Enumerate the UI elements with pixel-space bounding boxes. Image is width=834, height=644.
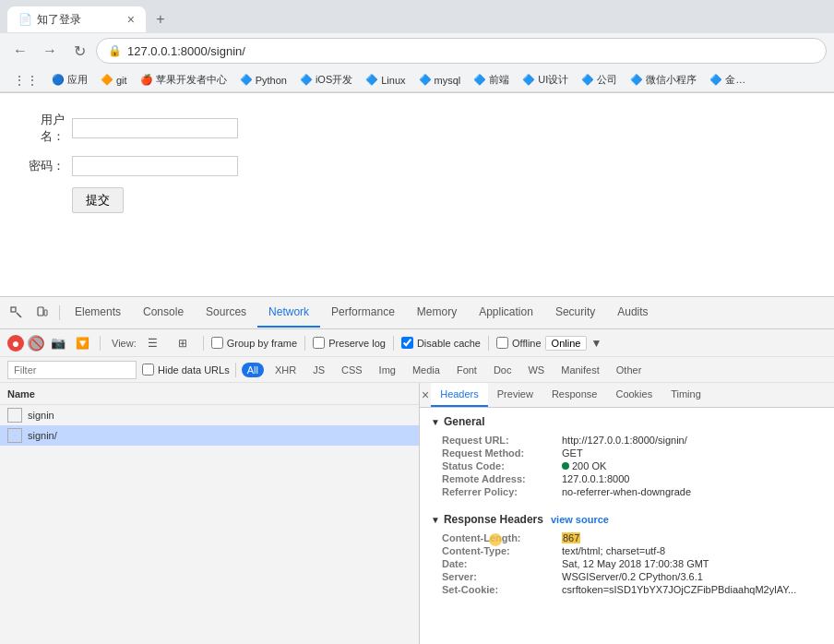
hide-data-urls-label[interactable]: Hide data URLs xyxy=(142,364,230,376)
bookmark-git[interactable]: 🔶git xyxy=(95,72,133,88)
detail-tab-preview[interactable]: Preview xyxy=(488,383,542,407)
bookmark-apple[interactable]: 🍎苹果开发者中心 xyxy=(135,71,232,89)
tab-memory[interactable]: Memory xyxy=(406,298,468,328)
list-item-selected[interactable]: signin/ xyxy=(0,425,419,446)
bookmark-icon: 🔷 xyxy=(522,74,535,86)
content-type-value: text/html; charset=utf-8 xyxy=(562,545,665,556)
filter-btn[interactable]: 🔽 xyxy=(72,333,92,353)
reload-button[interactable]: ↻ xyxy=(66,38,92,64)
preserve-log-checkbox[interactable] xyxy=(313,337,325,349)
filter-input[interactable] xyxy=(7,361,137,379)
group-by-frame-label[interactable]: Group by frame xyxy=(211,337,297,349)
filter-tab-all[interactable]: All xyxy=(242,363,264,377)
group-by-frame-checkbox[interactable] xyxy=(211,337,223,349)
filter-tab-manifest[interactable]: Manifest xyxy=(555,363,605,377)
online-dropdown-btn[interactable]: Online xyxy=(545,336,588,351)
preserve-log-label[interactable]: Preserve log xyxy=(313,337,386,349)
filter-tab-media[interactable]: Media xyxy=(407,363,446,377)
filter-tab-img[interactable]: Img xyxy=(374,363,401,377)
tab-sources[interactable]: Sources xyxy=(195,298,257,328)
bookmark-qianduan[interactable]: 🔷前端 xyxy=(468,71,515,89)
forward-button[interactable]: → xyxy=(37,38,63,64)
content-type-row: Content-Type: text/html; charset=utf-8 xyxy=(442,544,823,557)
detail-tab-headers[interactable]: Headers xyxy=(431,383,488,407)
view-source-link[interactable]: view source xyxy=(551,514,609,525)
username-input[interactable] xyxy=(72,118,238,138)
camera-btn[interactable]: 📷 xyxy=(48,333,68,353)
inspect-element-btn[interactable] xyxy=(4,300,30,326)
field-row: Referrer Policy: no-referrer-when-downgr… xyxy=(442,485,823,498)
request-list: Name signin signin/ xyxy=(0,383,420,644)
back-button[interactable]: ← xyxy=(7,38,33,64)
status-dot-icon xyxy=(562,462,569,470)
address-bar[interactable]: 🔒 127.0.0.1:8000/signin/ xyxy=(96,38,827,64)
offline-label[interactable]: Offline xyxy=(496,337,542,349)
bookmark-company[interactable]: 🔷公司 xyxy=(576,71,623,89)
disable-cache-label[interactable]: Disable cache xyxy=(401,337,481,349)
disable-cache-checkbox[interactable] xyxy=(401,337,413,349)
svg-rect-2 xyxy=(44,310,47,316)
bookmark-apps[interactable]: 🔵应用 xyxy=(46,71,93,89)
detail-view-btn[interactable]: ⊞ xyxy=(170,330,196,356)
bookmark-linux[interactable]: 🔷Linux xyxy=(360,72,411,88)
filter-tab-other[interactable]: Other xyxy=(611,363,648,377)
filter-tab-doc[interactable]: Doc xyxy=(488,363,518,377)
tab-audits[interactable]: Audits xyxy=(606,298,659,328)
general-arrow: ▼ xyxy=(431,417,440,427)
bookmark-python[interactable]: 🔷Python xyxy=(234,72,292,88)
bookmark-icon: 🍎 xyxy=(140,74,153,86)
browser-tab[interactable]: 📄 知了登录 × xyxy=(7,6,146,32)
bookmark-ios[interactable]: 🔷iOS开发 xyxy=(294,71,358,89)
offline-checkbox[interactable] xyxy=(496,337,508,349)
list-header: Name xyxy=(0,383,419,405)
detail-tab-response[interactable]: Response xyxy=(542,383,607,407)
bookmark-mysql[interactable]: 🔷mysql xyxy=(413,72,467,88)
content-length-highlight: 867 xyxy=(562,532,580,543)
detail-tab-cookies[interactable]: Cookies xyxy=(606,383,661,407)
content-type-label: Content-Type: xyxy=(442,545,562,556)
hide-data-urls-checkbox[interactable] xyxy=(142,364,154,376)
new-tab-button[interactable]: + xyxy=(149,8,172,30)
filter-tab-js[interactable]: JS xyxy=(307,363,330,377)
tab-network[interactable]: Network xyxy=(257,298,320,328)
bookmark-icon: 🔷 xyxy=(240,74,253,86)
list-item[interactable]: signin xyxy=(0,405,419,425)
tab-close-btn[interactable]: × xyxy=(127,12,135,27)
network-toolbar: ● 🚫 📷 🔽 View: ☰ ⊞ Group by frame Preserv… xyxy=(0,329,834,357)
submit-button[interactable]: 提交 xyxy=(72,187,124,213)
detail-tabs: × Headers Preview Response Cookies Timin… xyxy=(420,383,834,408)
filter-tab-xhr[interactable]: XHR xyxy=(269,363,302,377)
bookmarks-bar: ⋮⋮ 🔵应用 🔶git 🍎苹果开发者中心 🔷Python 🔷iOS开发 🔷Lin… xyxy=(0,68,834,92)
tab-console[interactable]: Console xyxy=(132,298,195,328)
response-headers-header[interactable]: ▼ Response Headers view source xyxy=(431,513,823,526)
password-label: 密码： xyxy=(18,158,65,174)
tab-security[interactable]: Security xyxy=(544,298,606,328)
browser-chrome: 📄 知了登录 × + ← → ↻ 🔒 127.0.0.1:8000/signin… xyxy=(0,0,834,93)
detail-close-btn[interactable]: × xyxy=(420,383,431,407)
field-remote-addr-label: Remote Address: xyxy=(442,473,562,484)
list-item-icon-2 xyxy=(7,428,22,443)
bookmark-wechat[interactable]: 🔷微信小程序 xyxy=(625,71,702,89)
record-button[interactable]: ● xyxy=(7,335,24,352)
tab-application[interactable]: Application xyxy=(468,298,544,328)
filter-tab-ws[interactable]: WS xyxy=(522,363,550,377)
filter-tab-css[interactable]: CSS xyxy=(336,363,368,377)
detail-tab-timing[interactable]: Timing xyxy=(661,383,710,407)
device-toolbar-btn[interactable] xyxy=(30,300,55,326)
svg-rect-0 xyxy=(11,307,16,312)
apps-grid-icon[interactable]: ⋮⋮ xyxy=(7,71,44,89)
general-header[interactable]: ▼ General xyxy=(431,415,823,428)
tab-elements[interactable]: Elements xyxy=(64,298,132,328)
bookmark-ui[interactable]: 🔷UI设计 xyxy=(517,71,574,89)
field-request-method-label: Request Method: xyxy=(442,447,562,459)
toolbar-sep-3 xyxy=(304,336,305,351)
filter-tab-font[interactable]: Font xyxy=(451,363,483,377)
password-input[interactable] xyxy=(72,156,238,176)
server-label: Server: xyxy=(442,571,562,582)
tab-performance[interactable]: Performance xyxy=(320,298,406,328)
bookmark-jin[interactable]: 🔷金… xyxy=(704,71,751,89)
list-view-btn[interactable]: ☰ xyxy=(140,330,166,356)
stop-button[interactable]: 🚫 xyxy=(28,335,44,352)
more-filters-btn[interactable]: ▼ xyxy=(590,337,602,350)
bookmark-icon: 🔷 xyxy=(365,74,378,86)
